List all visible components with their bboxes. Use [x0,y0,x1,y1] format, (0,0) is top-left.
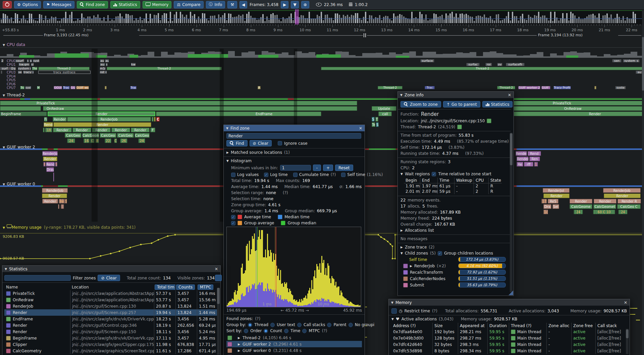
zone-chip[interactable]: F [150,128,155,132]
zone-chip[interactable]: Render [42,193,67,198]
bin-plus-button[interactable]: + [323,165,333,171]
zone-chip[interactable]: se [18,71,22,74]
log-values-checkbox[interactable] [231,173,235,177]
main-scrollbar[interactable] [642,10,644,355]
stats-table-row[interactable]: PrivateTickjni/../jni/src/claw/applicati… [4,290,218,297]
parent-radio[interactable] [327,323,331,327]
zone-chip[interactable]: si [31,63,34,66]
zone-chip[interactable]: Render [43,157,57,161]
zone-chip[interactable]: Render [570,199,592,204]
zone-chip[interactable] [105,86,107,89]
zone-chip[interactable] [1,71,2,74]
statistics-scrollbar[interactable] [217,288,220,355]
zone-chip[interactable]: Dra [543,204,551,209]
col-name[interactable]: Name [4,285,70,290]
mem-col-header[interactable]: Thread (?) [509,323,546,328]
zone-chip[interactable]: syst [33,59,40,62]
collapse-icon[interactable]: ▼ [400,93,402,97]
zone-chip[interactable]: Thread-2 [497,86,515,89]
zone-chip[interactable]: RenderJ [516,151,527,156]
mem-col-header[interactable]: Zone free [571,323,595,328]
goto-frame-button[interactable]: ⊕ [301,1,309,8]
stats-table-row[interactable]: RenderJobjni/../jni/src/guif/Screen.cpp:… [4,303,218,309]
memory-button[interactable]: Memory [143,1,172,8]
zone-chip[interactable]: RenderJob [603,188,641,193]
find-button[interactable]: Find [226,140,248,146]
zone-chip[interactable]: se [30,59,32,62]
zone-chip[interactable]: Sel [552,204,559,209]
collapse-icon[interactable]: ▼ [400,252,403,255]
power-button[interactable] [3,1,12,8]
zone-chip[interactable]: Render [517,157,529,161]
zone-chip[interactable]: 26 [120,138,127,143]
zone-chip[interactable]: au [100,59,104,62]
zone-chip[interactable]: GUIF wor [76,86,89,89]
zone-chip[interactable]: F( [44,117,47,122]
collapse-icon[interactable]: ▼ [400,172,403,176]
zone-chip[interactable]: system_s [623,59,640,62]
stats-table-row[interactable]: Clipperjni/../jni/src/claw/gfx/geo/Clipp… [4,341,218,348]
user-text-radio[interactable] [270,323,275,327]
zone-chip[interactable]: 5 [65,199,67,204]
stats-table-row[interactable]: Renderjni/../jni/src/guif/Control.cpp:34… [4,322,218,328]
tools-button[interactable]: ⚒ [227,1,237,8]
thread-radio[interactable] [248,323,252,327]
zone-chip[interactable]: ssurf [15,59,24,62]
zone-chip[interactable]: au [105,59,109,62]
zone-chip[interactable]: CalcGeo [117,133,134,138]
zone-chip[interactable]: CalcGeo C [617,204,641,209]
zone-chip[interactable]: Render [604,193,641,198]
find-zone-titlebar[interactable]: ▼ Find zone ✕ [224,125,365,131]
child-zone-row[interactable]: Submit35.63 µs (0.79%) [403,282,508,287]
cpu-data-header[interactable]: ▼CPU data [3,42,25,47]
zone-chip[interactable] [58,204,59,209]
frame-dropdown-button[interactable]: ▼ [291,1,299,8]
zone-chip[interactable]: Trac [425,86,435,89]
zone-chip[interactable]: S [376,122,379,127]
expand-icon[interactable]: ▶ [226,151,229,154]
stats-table-row[interactable]: BeginFramejni/../jni/src/claw/gfx/drv/vk… [4,335,218,341]
zone-chip[interactable]: Thread-2 [107,67,222,70]
zone-chip[interactable]: 24 [67,138,75,143]
restrict-time-checkbox[interactable] [391,308,397,314]
allocation-row[interactable]: 0x7dfc53d8988 bytes298.34 ms59.95 sMain … [391,348,627,354]
zone-chip[interactable]: Thread-2 [38,67,90,70]
zone-chip[interactable]: Rende [44,122,53,127]
zone-chip[interactable]: ov [497,63,502,66]
bin-minus-button[interactable]: - [313,165,321,171]
mem-col-header[interactable]: Zone alloc [546,323,571,328]
call-stacks-radio[interactable] [297,323,302,327]
zone-chip[interactable]: roi [485,63,492,66]
zone-chip[interactable]: S [372,117,375,122]
zone-chip[interactable]: Render [543,193,570,198]
stats-table-row[interactable]: EndFramejni/../jni/src/claw/gfx/drv/vk/D… [4,316,218,322]
collapse-icon[interactable]: ▼ [391,301,393,304]
fz-clear-button[interactable]: ⊘Clear [250,140,272,146]
zone-chip[interactable]: aux [100,63,105,66]
close-icon[interactable]: ✕ [359,126,362,131]
zone-chip[interactable]: surface [420,59,434,62]
zone-chip[interactable]: GUIF w [541,86,550,89]
zone-chip[interactable]: BeginFrame [0,112,47,116]
zone-chip[interactable]: Thre [32,67,38,70]
self-time-checkbox[interactable] [341,173,345,177]
findzone-histogram-plot[interactable]: 1 ms10 ms [226,227,361,307]
zone-chip[interactable]: 17 [541,199,547,204]
zone-chip[interactable]: Tracy [63,86,70,89]
found-zone-group[interactable]: ▶GUIF worker 2(3,296) 4.61 s [226,341,362,347]
zone-chip[interactable]: 24 [618,210,628,214]
zone-chip[interactable]: syste [615,86,626,89]
zone-chip[interactable]: kw.gm [18,63,30,66]
zone-chip[interactable]: Thread-2 [321,67,644,70]
count-radio[interactable] [264,329,268,333]
mem-col-header[interactable]: Address (?) [391,323,432,328]
zone-chip[interactable]: RenderJob [42,151,58,156]
memory-titlebar[interactable]: ▼ Memory ✕ [389,299,630,306]
log-time-checkbox[interactable]: ✓ [264,173,268,177]
resize-handle[interactable] [508,291,513,295]
allocation-row[interactable]: 0x7dfaa64e00192 bytes298.21 ms59.95 sMai… [391,328,627,335]
zone-chip[interactable]: GUI [70,86,75,89]
zone-chip[interactable]: PrivateTick [0,101,357,105]
stats-table-row[interactable]: Renderjni/../jni/src/guif/Screen.cpp:150… [4,328,218,335]
next-frame-button[interactable]: ▶ [281,1,288,8]
